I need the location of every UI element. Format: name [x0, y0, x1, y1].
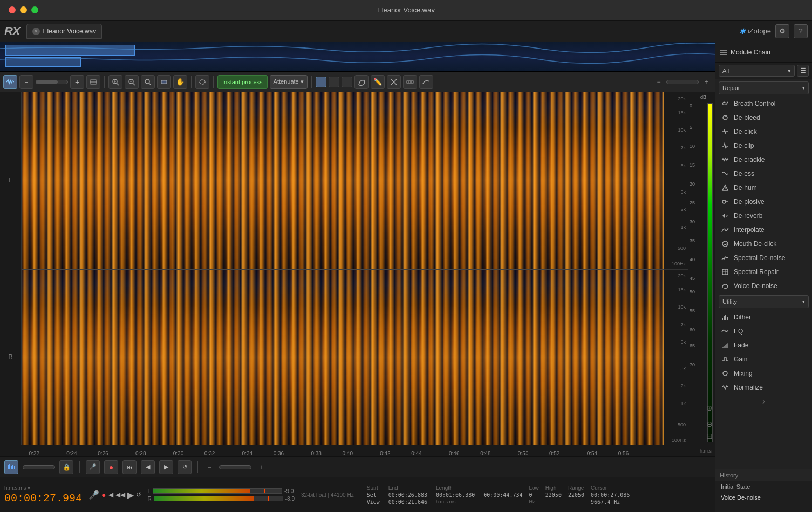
svg-rect-22 — [12, 465, 13, 469]
mini-mic-icon[interactable]: 🎤 — [88, 490, 99, 500]
waveform-overview-inner — [0, 42, 715, 71]
db-50: 50 — [690, 289, 695, 295]
zoom-out-tool-button[interactable] — [125, 75, 139, 89]
erase-button[interactable] — [387, 75, 401, 89]
module-de-hum[interactable]: De-hum — [715, 181, 812, 195]
waveform-overview[interactable] — [0, 42, 715, 72]
zoom-tool-button[interactable] — [108, 75, 122, 89]
module-de-clip[interactable]: De-clip — [715, 139, 812, 153]
transport-sep-2 — [197, 461, 198, 473]
history-initial-state[interactable]: Initial State — [715, 481, 812, 492]
zoom-out-button[interactable]: + — [70, 75, 84, 89]
module-breath-control[interactable]: Breath Control — [715, 97, 812, 111]
db-unit-label: dB — [700, 94, 706, 100]
tab-close-button[interactable]: × — [32, 28, 40, 35]
help-button[interactable]: ? — [794, 24, 808, 38]
freq-zoom-bar[interactable] — [219, 465, 251, 469]
sel-label: Sel — [367, 492, 380, 498]
time-unit-label: h:m:s — [700, 448, 712, 454]
lasso-tool-button[interactable] — [195, 75, 209, 89]
settings-button[interactable]: ⚙ — [775, 24, 789, 38]
view-mode-1[interactable] — [316, 77, 326, 87]
utility-section-header[interactable]: Utility ▾ — [719, 295, 809, 308]
mini-loop-icon[interactable]: ↺ — [136, 491, 141, 499]
zoom-out-db-icon[interactable]: ⊖ — [706, 420, 713, 428]
module-de-ess[interactable]: De-ess — [715, 167, 812, 181]
module-gain[interactable]: Gain — [715, 352, 812, 366]
record-button[interactable]: ● — [104, 460, 118, 474]
module-voice-denoise[interactable]: Voice De-noise — [715, 279, 812, 293]
prev-button[interactable]: ⏮ — [122, 460, 137, 474]
module-de-crackle[interactable]: De-crackle — [715, 153, 812, 167]
module-de-click[interactable]: De-click — [715, 125, 812, 139]
mini-rewind-icon[interactable]: ◀◀ — [115, 491, 125, 499]
module-de-reverb[interactable]: De-reverb — [715, 209, 812, 223]
view-mode-2[interactable] — [329, 77, 339, 87]
spectrum-view-button[interactable] — [4, 460, 18, 474]
zoom-plus-icon[interactable]: + — [701, 77, 712, 87]
module-de-plosive[interactable]: De-plosive — [715, 195, 812, 209]
module-interpolate[interactable]: Interpolate — [715, 223, 812, 237]
module-mixing[interactable]: Mixing — [715, 366, 812, 380]
module-eq[interactable]: EQ — [715, 324, 812, 338]
maximize-button[interactable] — [31, 6, 38, 13]
pencil-button[interactable]: ✏️ — [371, 75, 385, 89]
freq-zoom-slider[interactable] — [666, 80, 699, 84]
file-tab[interactable]: × Eleanor Voice.wav — [26, 24, 103, 39]
loop-button[interactable]: ↺ — [178, 460, 192, 474]
freq-lock-button[interactable]: 🔒 — [59, 460, 73, 474]
db-45: 45 — [690, 276, 695, 281]
mini-play-icon[interactable]: ▶ — [127, 490, 134, 500]
module-de-bleed[interactable]: De-bleed — [715, 111, 812, 125]
list-view-button[interactable]: ☰ — [797, 65, 809, 77]
spectrogram-section: L R 20k 15k 10k 7k 5k 3k 2k — [0, 92, 715, 456]
waveform-view-button[interactable] — [3, 75, 17, 89]
close-button[interactable] — [9, 6, 16, 13]
history-voice-denoise[interactable]: Voice De-noise — [715, 492, 812, 503]
mini-record-icon[interactable]: ● — [101, 490, 106, 499]
zoom-in-db-icon[interactable]: ⊕ — [706, 404, 713, 412]
time-selection-button[interactable] — [157, 75, 171, 89]
zoom-in-button[interactable]: − — [19, 75, 33, 89]
instant-process-dropdown[interactable]: Attenuate ▾ — [270, 75, 308, 89]
spectrogram-L-visual — [22, 92, 664, 269]
play-button[interactable]: ▶ — [159, 460, 173, 474]
view-mode-3[interactable] — [342, 77, 352, 87]
db-60: 60 — [690, 327, 695, 332]
module-mouth-de-click[interactable]: Mouth De-click — [715, 237, 812, 251]
mini-prev-icon[interactable]: ◀ — [108, 491, 113, 499]
module-spectral-repair[interactable]: Spectral Repair — [715, 265, 812, 279]
amplitude-icon[interactable] — [86, 75, 100, 89]
time-tick-048: 0:48 — [480, 450, 490, 456]
freq-zoom-plus[interactable]: + — [256, 462, 267, 473]
meter-R-peak — [268, 496, 269, 501]
module-fade[interactable]: Fade — [715, 338, 812, 352]
select-tool-button[interactable] — [141, 75, 155, 89]
title-bar: Eleanor Voice.wav — [0, 0, 812, 21]
zoom-fit-db-icon[interactable]: ⊟ — [706, 432, 713, 440]
hand-tool-button[interactable]: ✋ — [173, 75, 187, 89]
time-format-selector[interactable]: h:m:s.ms ▾ — [4, 485, 82, 491]
minimize-button[interactable] — [20, 6, 27, 13]
rewind-button[interactable]: ◀ — [141, 460, 155, 474]
module-dither[interactable]: Dither — [715, 310, 812, 324]
module-normalize[interactable]: Normalize — [715, 380, 812, 394]
repair-section-header[interactable]: Repair ▾ — [719, 81, 809, 94]
zoom-slider[interactable] — [36, 80, 68, 84]
spectrogram-main[interactable]: 20k 15k 10k 7k 5k 3k 2k 1k 500 100Hz — [22, 92, 688, 445]
curve-button[interactable] — [419, 75, 433, 89]
meter-R-label: R — [148, 496, 152, 502]
instant-process-button[interactable]: Instant process — [217, 75, 268, 89]
freq-range-slider[interactable] — [23, 465, 55, 469]
level-meters: L -9.0 R -8.9 — [148, 488, 295, 502]
zoom-controls-right: − + — [653, 77, 712, 87]
module-spectral-denoise[interactable]: Spectral De-noise — [715, 251, 812, 265]
mic-button[interactable]: 🎤 — [86, 460, 100, 474]
zoom-minus-icon[interactable]: − — [653, 77, 664, 87]
ruler-button[interactable] — [403, 75, 417, 89]
freq-zoom-minus[interactable]: − — [204, 462, 215, 473]
db-35: 35 — [690, 238, 695, 243]
filter-dropdown[interactable]: All ▾ — [719, 65, 795, 77]
lasso-button-2[interactable] — [354, 75, 369, 89]
more-modules-button[interactable]: › — [715, 394, 812, 408]
